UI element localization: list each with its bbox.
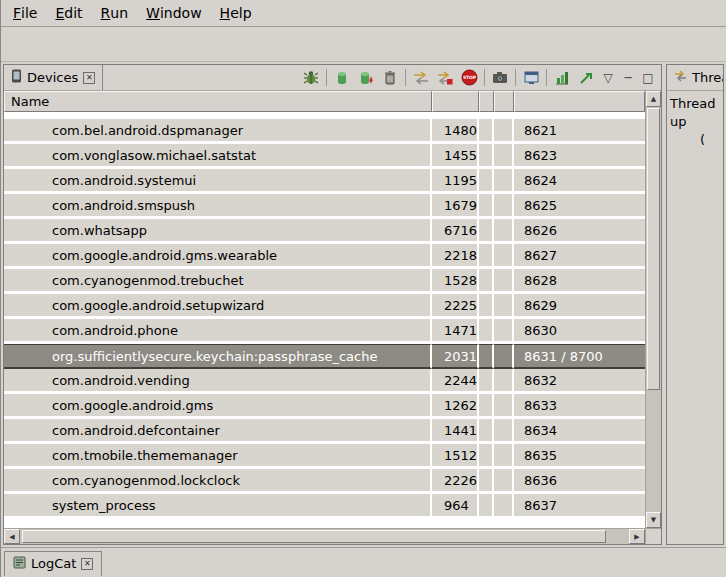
table-row[interactable]: com.cyanogenmod.lockclock 22265 8636: [4, 469, 645, 494]
empty-cell: [479, 269, 494, 294]
table-row[interactable]: com.vonglasow.michael.satstat 14553 8623: [4, 144, 645, 169]
empty-cell: [494, 269, 514, 294]
empty-cell: [479, 294, 494, 319]
minimize-icon[interactable]: ─: [618, 66, 638, 90]
tracing-icon[interactable]: [574, 66, 598, 90]
threads-message-line2: (: [670, 131, 720, 149]
view-menu-icon[interactable]: ▽: [598, 66, 618, 90]
scroll-down-icon[interactable]: ▼: [646, 512, 661, 528]
empty-cell: [479, 469, 494, 494]
close-icon[interactable]: ✕: [81, 558, 93, 570]
table-row[interactable]: com.android.vending 22440 8632: [4, 369, 645, 394]
menu-edit[interactable]: Edit: [46, 0, 91, 26]
cause-gc-icon[interactable]: [378, 66, 402, 90]
table-row[interactable]: com.google.android.gms.wearable 22185 86…: [4, 244, 645, 269]
empty-cell: [494, 144, 514, 169]
table-row[interactable]: com.android.phone 1471 8630: [4, 319, 645, 344]
empty-cell: [494, 119, 514, 144]
column-header-pid[interactable]: [432, 91, 479, 112]
horizontal-scrollbar[interactable]: ◀ ▶: [4, 529, 645, 544]
devices-tabbar: Devices ✕: [4, 65, 661, 91]
bottom-bar: LogCat ✕: [1, 547, 726, 576]
port-cell: 8633: [514, 394, 645, 419]
devices-toolbar: STOP ▽ ─ □: [299, 65, 661, 90]
close-icon[interactable]: ✕: [83, 72, 95, 84]
debug-process-icon[interactable]: [299, 66, 323, 90]
toolbar-separator: [326, 69, 327, 86]
column-header[interactable]: [494, 91, 514, 112]
horizontal-scrollbar-thumb[interactable]: [22, 530, 606, 543]
dump-hprof-icon[interactable]: [354, 66, 378, 90]
tab-devices-label: Devices: [27, 70, 78, 85]
table-row[interactable]: system_process 964 8637: [4, 494, 645, 519]
vertical-scrollbar-thumb[interactable]: [647, 108, 660, 390]
pid-cell: 1512: [432, 444, 479, 469]
tab-threads-label: Threads: [692, 70, 724, 85]
maximize-icon[interactable]: □: [638, 66, 658, 90]
devices-table-header: Name: [4, 91, 645, 112]
port-cell: 8637: [514, 494, 645, 519]
column-header-name[interactable]: Name: [4, 91, 432, 112]
empty-cell: [479, 244, 494, 269]
table-row[interactable]: com.tmobile.thememanager 1512 8635: [4, 444, 645, 469]
pid-cell: 22265: [432, 469, 479, 494]
table-row[interactable]: com.android.defcontainer 14411 8634: [4, 419, 645, 444]
process-name-cell: com.bel.android.dspmanager: [4, 119, 432, 144]
port-cell: 8623: [514, 144, 645, 169]
process-name-cell: com.android.phone: [4, 319, 432, 344]
scroll-right-icon[interactable]: ▶: [629, 529, 645, 544]
sysinfo-icon[interactable]: [550, 66, 574, 90]
menu-file[interactable]: File: [4, 0, 46, 26]
tab-threads[interactable]: Threads: [667, 65, 724, 90]
empty-cell: [494, 369, 514, 394]
menu-help[interactable]: Help: [211, 0, 261, 26]
threads-message-line1: Thread up: [670, 95, 720, 131]
empty-cell: [479, 319, 494, 344]
threads-icon: [674, 70, 687, 85]
table-row[interactable]: com.bel.android.dspmanager 1480 8621: [4, 119, 645, 144]
screen-capture-icon[interactable]: [488, 66, 512, 90]
ui-hierarchy-icon[interactable]: [519, 66, 543, 90]
process-name-cell: com.android.smspush: [4, 194, 432, 219]
table-row[interactable]: com.google.android.setupwizard 22250 862…: [4, 294, 645, 319]
vertical-scrollbar[interactable]: ▲ ▼: [645, 91, 661, 528]
svg-text:STOP: STOP: [462, 75, 476, 80]
logcat-icon: [13, 556, 26, 572]
port-cell: 8632: [514, 369, 645, 394]
empty-cell: [494, 344, 514, 369]
empty-cell: [494, 169, 514, 194]
menu-run[interactable]: Run: [92, 0, 137, 26]
threads-tabbar: Threads: [667, 65, 723, 91]
empty-cell: [479, 444, 494, 469]
process-name-cell: com.google.android.gms: [4, 394, 432, 419]
column-header[interactable]: [479, 91, 494, 112]
empty-cell: [479, 144, 494, 169]
process-name-cell: com.cyanogenmod.trebuchet: [4, 269, 432, 294]
scrollbar-track[interactable]: [608, 529, 629, 544]
main-toolbar: [1, 27, 726, 62]
process-name-cell: system_process: [4, 494, 432, 519]
scroll-up-icon[interactable]: ▲: [646, 91, 661, 107]
method-profiling-icon[interactable]: [433, 66, 457, 90]
devices-table: Name com.bel.android.dspmanager 1480 862…: [4, 91, 645, 528]
table-row[interactable]: com.android.smspush 1679 8625: [4, 194, 645, 219]
table-row[interactable]: com.cyanogenmod.trebuchet 1528 8628: [4, 269, 645, 294]
update-threads-icon[interactable]: [409, 66, 433, 90]
table-row[interactable]: com.google.android.gms 12623 8633: [4, 394, 645, 419]
stop-process-icon[interactable]: STOP: [457, 66, 481, 90]
table-row[interactable]: com.whatsapp 6716 8626: [4, 219, 645, 244]
update-heap-icon[interactable]: [330, 66, 354, 90]
menu-window[interactable]: Window: [137, 0, 211, 26]
empty-cell: [479, 494, 494, 519]
column-header-port[interactable]: [514, 91, 645, 112]
tab-logcat[interactable]: LogCat ✕: [4, 551, 102, 576]
devices-view: Devices ✕: [3, 64, 662, 545]
port-cell: 8629: [514, 294, 645, 319]
table-row[interactable]: com.android.systemui 1195 8624: [4, 169, 645, 194]
empty-cell: [494, 494, 514, 519]
empty-cell: [494, 444, 514, 469]
port-cell: 8624: [514, 169, 645, 194]
tab-devices[interactable]: Devices ✕: [4, 65, 103, 90]
scroll-left-icon[interactable]: ◀: [4, 529, 20, 544]
table-row[interactable]: org.sufficientlysecure.keychain:passphra…: [4, 344, 645, 369]
